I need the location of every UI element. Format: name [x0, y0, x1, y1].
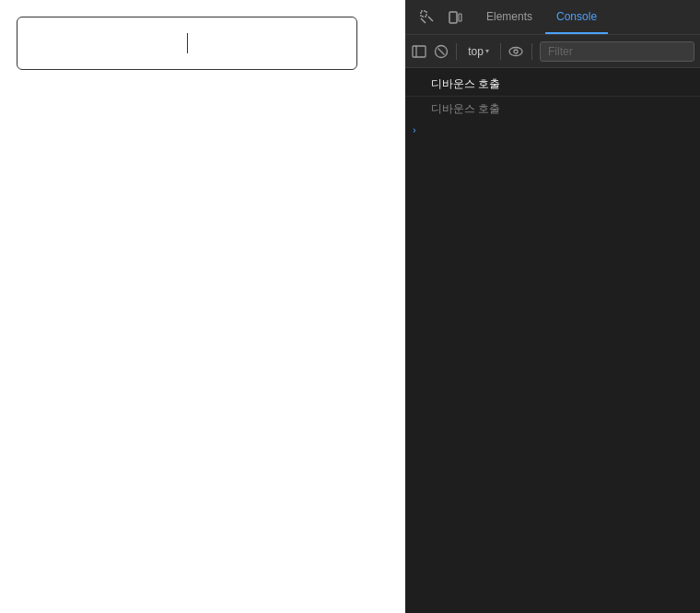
expand-arrow-icon: ›: [413, 124, 416, 135]
clear-console-icon[interactable]: [433, 40, 449, 63]
toolbar-divider-2: [500, 43, 501, 60]
svg-line-6: [438, 48, 444, 54]
text-cursor: [187, 33, 188, 53]
dropdown-arrow-icon: ▾: [485, 47, 489, 55]
toolbar-divider-3: [531, 43, 532, 60]
devtools-top-icons: [409, 5, 473, 30]
tab-console[interactable]: Console: [545, 0, 608, 34]
console-content: 디바운스 호출 디바운스 호출 ›: [405, 68, 700, 613]
inspect-element-icon[interactable]: [414, 5, 440, 30]
svg-rect-3: [413, 46, 426, 57]
svg-point-8: [514, 50, 518, 53]
console-entry-1: 디바운스 호출: [405, 72, 700, 97]
svg-rect-1: [449, 12, 457, 23]
devtools-panel: Elements Console top ▾: [405, 0, 700, 613]
devtools-tab-bar: Elements Console: [405, 0, 700, 35]
device-toolbar-icon[interactable]: [442, 5, 468, 30]
svg-rect-2: [459, 14, 461, 21]
live-expressions-icon[interactable]: [508, 40, 525, 63]
context-selector[interactable]: top ▾: [464, 43, 493, 60]
console-expand-entry[interactable]: ›: [405, 121, 700, 139]
tab-elements[interactable]: Elements: [475, 0, 543, 34]
svg-point-7: [509, 47, 522, 55]
console-toolbar: top ▾: [405, 35, 700, 68]
text-input-box[interactable]: [17, 17, 357, 70]
console-entry-2: 디바운스 호출: [405, 97, 700, 121]
svg-rect-0: [421, 11, 426, 17]
main-page: [0, 0, 405, 613]
sidebar-toggle-icon[interactable]: [411, 40, 427, 63]
filter-input[interactable]: [540, 41, 694, 62]
toolbar-divider-1: [456, 43, 457, 60]
